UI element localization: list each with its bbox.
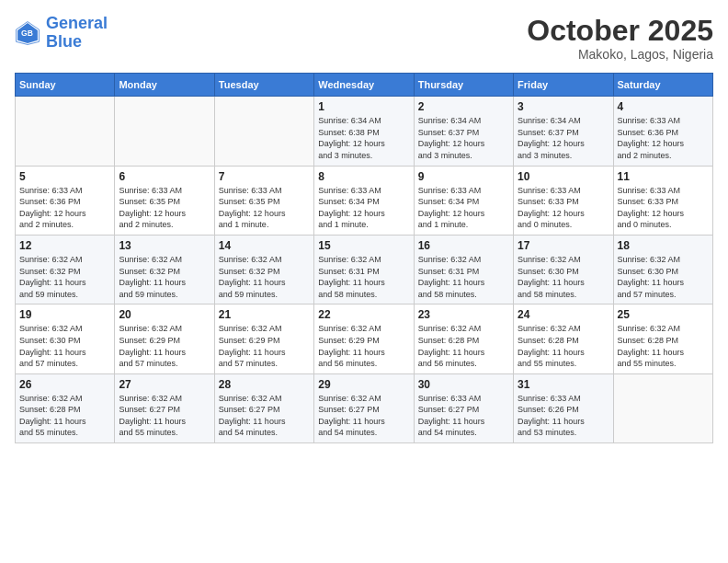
day-info: Sunrise: 6:33 AM Sunset: 6:35 PM Dayligh… — [119, 185, 210, 231]
day-number: 28 — [219, 378, 310, 391]
calendar-cell — [214, 97, 313, 166]
header-friday: Friday — [514, 74, 613, 97]
calendar-cell: 25Sunrise: 6:32 AM Sunset: 6:28 PM Dayli… — [613, 304, 712, 373]
day-info: Sunrise: 6:32 AM Sunset: 6:30 PM Dayligh… — [19, 323, 110, 369]
header-thursday: Thursday — [414, 74, 513, 97]
calendar-cell: 7Sunrise: 6:33 AM Sunset: 6:35 PM Daylig… — [214, 166, 313, 235]
day-info: Sunrise: 6:33 AM Sunset: 6:36 PM Dayligh… — [19, 185, 110, 231]
page-header: GB General Blue October 2025 Makoko, Lag… — [15, 15, 713, 62]
calendar-cell: 26Sunrise: 6:32 AM Sunset: 6:28 PM Dayli… — [16, 373, 115, 442]
calendar-cell: 29Sunrise: 6:32 AM Sunset: 6:27 PM Dayli… — [314, 373, 414, 442]
calendar-cell: 12Sunrise: 6:32 AM Sunset: 6:32 PM Dayli… — [16, 235, 115, 304]
calendar-cell: 1Sunrise: 6:34 AM Sunset: 6:38 PM Daylig… — [314, 97, 414, 166]
day-number: 15 — [318, 239, 409, 252]
calendar-cell: 21Sunrise: 6:32 AM Sunset: 6:29 PM Dayli… — [214, 304, 313, 373]
day-number: 4 — [618, 100, 709, 113]
day-number: 8 — [318, 170, 409, 183]
day-info: Sunrise: 6:32 AM Sunset: 6:29 PM Dayligh… — [219, 323, 310, 369]
calendar-cell: 5Sunrise: 6:33 AM Sunset: 6:36 PM Daylig… — [16, 166, 115, 235]
day-number: 1 — [318, 100, 409, 113]
calendar-week-2: 5Sunrise: 6:33 AM Sunset: 6:36 PM Daylig… — [16, 166, 713, 235]
day-number: 6 — [119, 170, 210, 183]
day-number: 17 — [518, 239, 609, 252]
day-number: 30 — [418, 378, 509, 391]
calendar-cell: 23Sunrise: 6:32 AM Sunset: 6:28 PM Dayli… — [414, 304, 513, 373]
calendar-cell: 13Sunrise: 6:32 AM Sunset: 6:32 PM Dayli… — [115, 235, 214, 304]
logo-line1: General — [46, 14, 108, 32]
day-number: 27 — [119, 378, 210, 391]
calendar-cell: 6Sunrise: 6:33 AM Sunset: 6:35 PM Daylig… — [115, 166, 214, 235]
day-number: 12 — [19, 239, 110, 252]
day-info: Sunrise: 6:33 AM Sunset: 6:34 PM Dayligh… — [418, 185, 509, 231]
day-info: Sunrise: 6:32 AM Sunset: 6:28 PM Dayligh… — [518, 323, 609, 369]
day-info: Sunrise: 6:32 AM Sunset: 6:27 PM Dayligh… — [219, 393, 310, 439]
day-number: 25 — [618, 308, 709, 321]
logo: GB General Blue — [15, 15, 108, 52]
calendar-cell: 11Sunrise: 6:33 AM Sunset: 6:33 PM Dayli… — [613, 166, 712, 235]
day-number: 9 — [418, 170, 509, 183]
calendar-cell: 16Sunrise: 6:32 AM Sunset: 6:31 PM Dayli… — [414, 235, 513, 304]
calendar-cell: 14Sunrise: 6:32 AM Sunset: 6:32 PM Dayli… — [214, 235, 313, 304]
day-info: Sunrise: 6:34 AM Sunset: 6:37 PM Dayligh… — [518, 115, 609, 161]
day-info: Sunrise: 6:33 AM Sunset: 6:33 PM Dayligh… — [518, 185, 609, 231]
day-number: 10 — [518, 170, 609, 183]
calendar-cell: 20Sunrise: 6:32 AM Sunset: 6:29 PM Dayli… — [115, 304, 214, 373]
day-info: Sunrise: 6:32 AM Sunset: 6:29 PM Dayligh… — [318, 323, 409, 369]
calendar-week-5: 26Sunrise: 6:32 AM Sunset: 6:28 PM Dayli… — [16, 373, 713, 442]
logo-icon: GB — [15, 20, 40, 46]
day-info: Sunrise: 6:32 AM Sunset: 6:28 PM Dayligh… — [418, 323, 509, 369]
calendar-cell: 24Sunrise: 6:32 AM Sunset: 6:28 PM Dayli… — [514, 304, 613, 373]
day-number: 29 — [318, 378, 409, 391]
day-number: 31 — [518, 378, 609, 391]
day-number: 5 — [19, 170, 110, 183]
calendar-header-row: SundayMondayTuesdayWednesdayThursdayFrid… — [16, 74, 713, 97]
calendar-cell: 19Sunrise: 6:32 AM Sunset: 6:30 PM Dayli… — [16, 304, 115, 373]
calendar-cell: 9Sunrise: 6:33 AM Sunset: 6:34 PM Daylig… — [414, 166, 513, 235]
day-info: Sunrise: 6:32 AM Sunset: 6:29 PM Dayligh… — [119, 323, 210, 369]
calendar-cell: 17Sunrise: 6:32 AM Sunset: 6:30 PM Dayli… — [514, 235, 613, 304]
calendar-cell: 15Sunrise: 6:32 AM Sunset: 6:31 PM Dayli… — [314, 235, 414, 304]
day-number: 23 — [418, 308, 509, 321]
calendar-cell — [613, 373, 712, 442]
day-info: Sunrise: 6:33 AM Sunset: 6:27 PM Dayligh… — [418, 393, 509, 439]
day-info: Sunrise: 6:32 AM Sunset: 6:30 PM Dayligh… — [618, 254, 709, 300]
day-info: Sunrise: 6:33 AM Sunset: 6:35 PM Dayligh… — [219, 185, 310, 231]
day-number: 22 — [318, 308, 409, 321]
location-subtitle: Makoko, Lagos, Nigeria — [527, 47, 713, 62]
calendar-cell: 22Sunrise: 6:32 AM Sunset: 6:29 PM Dayli… — [314, 304, 414, 373]
logo-text: General Blue — [46, 15, 108, 52]
day-info: Sunrise: 6:32 AM Sunset: 6:27 PM Dayligh… — [119, 393, 210, 439]
calendar-cell: 18Sunrise: 6:32 AM Sunset: 6:30 PM Dayli… — [613, 235, 712, 304]
day-info: Sunrise: 6:33 AM Sunset: 6:34 PM Dayligh… — [318, 185, 409, 231]
day-number: 3 — [518, 100, 609, 113]
day-number: 7 — [219, 170, 310, 183]
day-info: Sunrise: 6:34 AM Sunset: 6:37 PM Dayligh… — [418, 115, 509, 161]
svg-text:GB: GB — [21, 29, 33, 38]
day-info: Sunrise: 6:34 AM Sunset: 6:38 PM Dayligh… — [318, 115, 409, 161]
day-number: 19 — [19, 308, 110, 321]
month-title: October 2025 — [527, 15, 713, 47]
day-number: 26 — [19, 378, 110, 391]
day-number: 13 — [119, 239, 210, 252]
header-monday: Monday — [115, 74, 214, 97]
logo-line2: Blue — [46, 32, 82, 51]
day-info: Sunrise: 6:32 AM Sunset: 6:32 PM Dayligh… — [119, 254, 210, 300]
day-number: 11 — [618, 170, 709, 183]
day-info: Sunrise: 6:32 AM Sunset: 6:28 PM Dayligh… — [618, 323, 709, 369]
calendar-cell: 31Sunrise: 6:33 AM Sunset: 6:26 PM Dayli… — [514, 373, 613, 442]
day-number: 14 — [219, 239, 310, 252]
header-tuesday: Tuesday — [214, 74, 313, 97]
calendar-cell: 3Sunrise: 6:34 AM Sunset: 6:37 PM Daylig… — [514, 97, 613, 166]
calendar-week-1: 1Sunrise: 6:34 AM Sunset: 6:38 PM Daylig… — [16, 97, 713, 166]
calendar-table: SundayMondayTuesdayWednesdayThursdayFrid… — [15, 73, 713, 443]
calendar-cell: 8Sunrise: 6:33 AM Sunset: 6:34 PM Daylig… — [314, 166, 414, 235]
day-info: Sunrise: 6:33 AM Sunset: 6:36 PM Dayligh… — [618, 115, 709, 161]
calendar-cell: 27Sunrise: 6:32 AM Sunset: 6:27 PM Dayli… — [115, 373, 214, 442]
calendar-cell: 2Sunrise: 6:34 AM Sunset: 6:37 PM Daylig… — [414, 97, 513, 166]
title-area: October 2025 Makoko, Lagos, Nigeria — [527, 15, 713, 62]
calendar-cell: 10Sunrise: 6:33 AM Sunset: 6:33 PM Dayli… — [514, 166, 613, 235]
day-info: Sunrise: 6:32 AM Sunset: 6:32 PM Dayligh… — [219, 254, 310, 300]
day-info: Sunrise: 6:32 AM Sunset: 6:28 PM Dayligh… — [19, 393, 110, 439]
day-number: 18 — [618, 239, 709, 252]
day-number: 20 — [119, 308, 210, 321]
